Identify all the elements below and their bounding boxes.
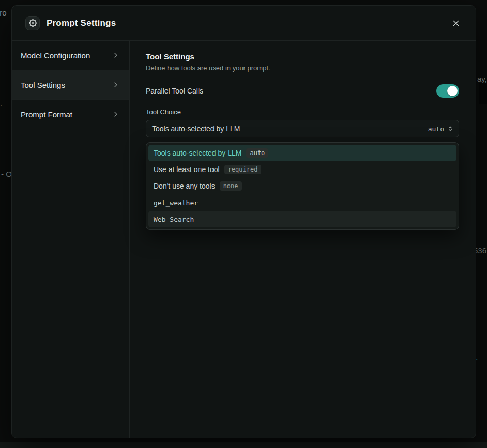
background-block (479, 83, 487, 104)
select-value: Tools auto-selected by LLM (152, 125, 428, 133)
option-badge: none (220, 181, 242, 191)
dropdown-option-get-weather[interactable]: get_weather (148, 194, 456, 211)
background-statusbar (0, 442, 487, 448)
option-label: Use at least one tool (154, 165, 220, 174)
dropdown-option-auto[interactable]: Tools auto-selected by LLM auto (148, 145, 456, 161)
close-icon (451, 19, 461, 28)
dropdown-option-web-search[interactable]: Web Search (148, 211, 456, 227)
background-fragment: ay, (477, 74, 487, 83)
sidebar-item-label: Model Configuration (21, 51, 90, 60)
modal-header: Prompt Settings (12, 6, 476, 41)
option-badge: auto (246, 148, 268, 158)
background-fragment: . (0, 99, 2, 108)
sidebar-item-label: Prompt Format (21, 110, 72, 119)
prompt-settings-modal: Prompt Settings Model Configuration Tool… (11, 5, 476, 438)
tool-settings-panel: Tool Settings Define how tools are used … (130, 41, 476, 438)
sidebar-item-model-configuration[interactable]: Model Configuration (12, 41, 129, 70)
tool-choice-dropdown: Tools auto-selected by LLM auto Use at l… (146, 142, 459, 230)
chevron-up-down-icon (447, 125, 454, 132)
sidebar: Model Configuration Tool Settings Prompt… (12, 41, 130, 438)
toggle-knob (447, 86, 458, 96)
sidebar-item-tool-settings[interactable]: Tool Settings (12, 70, 129, 100)
parallel-tool-calls-toggle[interactable] (436, 84, 459, 98)
tool-choice-label: Tool Choice (146, 108, 459, 116)
chevron-right-icon (112, 110, 120, 118)
option-label: get_weather (154, 199, 198, 207)
chevron-right-icon (112, 81, 120, 89)
select-suffix: auto (428, 125, 454, 133)
option-badge: required (224, 165, 262, 174)
gear-icon (25, 16, 40, 30)
sidebar-item-prompt-format[interactable]: Prompt Format (12, 100, 129, 129)
chevron-right-icon (112, 51, 120, 59)
section-subtitle: Define how tools are used in your prompt… (146, 64, 459, 72)
select-badge: auto (428, 125, 444, 133)
modal-body: Model Configuration Tool Settings Prompt… (12, 41, 476, 438)
sidebar-item-label: Tool Settings (21, 81, 65, 89)
modal-title: Prompt Settings (47, 18, 116, 28)
section-title: Tool Settings (146, 52, 459, 61)
option-label: Tools auto-selected by LLM (154, 149, 241, 157)
dropdown-option-none[interactable]: Don't use any tools none (148, 178, 456, 194)
tool-choice-select[interactable]: Tools auto-selected by LLM auto (146, 120, 459, 137)
parallel-tool-calls-row: Parallel Tool Calls (146, 84, 459, 98)
background-fragment: pro (0, 8, 7, 17)
background-fragment: - O (1, 169, 12, 178)
parallel-tool-calls-label: Parallel Tool Calls (146, 87, 203, 95)
option-label: Don't use any tools (154, 182, 215, 190)
dropdown-option-required[interactable]: Use at least one tool required (148, 161, 456, 178)
option-label: Web Search (154, 215, 194, 223)
close-button[interactable] (449, 16, 463, 30)
